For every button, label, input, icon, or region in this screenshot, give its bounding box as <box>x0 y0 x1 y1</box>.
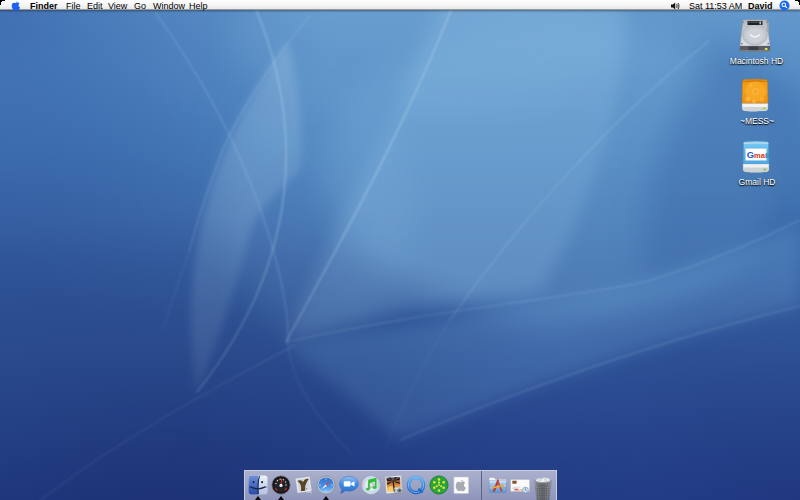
svg-text:Gmail: Gmail <box>747 149 769 160</box>
